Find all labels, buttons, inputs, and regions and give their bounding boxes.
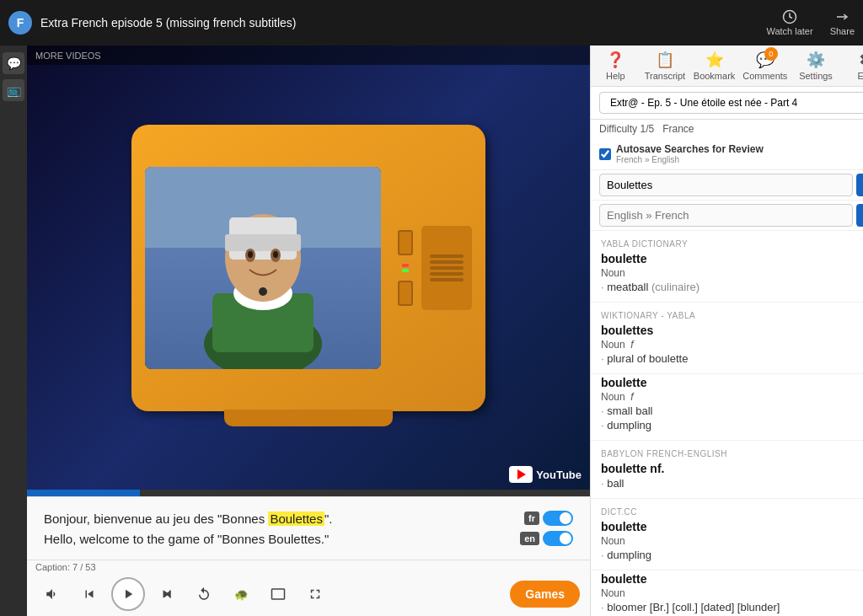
dict-pos: Noun bbox=[601, 535, 863, 547]
caption-highlight: Boulettes bbox=[268, 512, 324, 526]
top-bar: F Extra French episode 5 (missing french… bbox=[0, 0, 863, 46]
tv-base bbox=[224, 410, 393, 426]
exit-nav-item[interactable]: ✖ Exit bbox=[844, 51, 863, 81]
games-button[interactable]: Games bbox=[510, 581, 580, 608]
settings-icon: ⚙️ bbox=[807, 51, 825, 69]
source-wiktionary: WIKTIONARY - YABLA bbox=[591, 303, 863, 322]
episode-select[interactable]: Extr@ - Ep. 5 - Une étoile est née - Par… bbox=[599, 92, 863, 114]
main-content: 💬 📺 bbox=[0, 46, 863, 616]
english-search-input[interactable] bbox=[599, 204, 853, 227]
dict-nav: ❓ Help 📋 Transcript ⭐ Bookmark 💬 0 Comme… bbox=[591, 46, 863, 87]
entry-boulette-yabla: boulette Noun meatball (culinaire) bbox=[591, 250, 863, 303]
yt-play-icon bbox=[517, 469, 526, 479]
repeat-button[interactable] bbox=[189, 579, 219, 609]
source-yabla-dict: YABLA DICTIONARY bbox=[591, 231, 863, 250]
en-badge: en bbox=[520, 532, 539, 545]
country-label: France bbox=[662, 123, 694, 135]
chat-icon-btn[interactable]: 💬 bbox=[3, 52, 24, 74]
lang-toggle-fr[interactable]: fr bbox=[524, 511, 573, 526]
video-panel: MORE VIDEOS YouTube Bonjour, bienvenue a… bbox=[27, 46, 590, 616]
fr-toggle-knob bbox=[560, 512, 571, 524]
help-icon: ❓ bbox=[606, 51, 624, 69]
forward-button[interactable] bbox=[152, 579, 182, 609]
left-sidebar: 💬 📺 bbox=[0, 46, 27, 616]
youtube-icon bbox=[509, 466, 533, 483]
comments-badge: 0 bbox=[764, 47, 778, 61]
watch-later-button[interactable]: Watch later bbox=[766, 9, 812, 36]
turtle-button[interactable]: 🐢 bbox=[226, 579, 256, 609]
share-button[interactable]: Share bbox=[830, 9, 855, 36]
dict-def: ball bbox=[601, 477, 863, 490]
autosave-checkbox[interactable] bbox=[599, 148, 611, 160]
caption-row-french: Bonjour, bienvenue au jeu des "Bonnes Bo… bbox=[44, 511, 573, 526]
exit-icon: ✖ bbox=[859, 51, 863, 69]
caption-english: Hello, welcome to the game of "Bonnes Bo… bbox=[44, 532, 512, 546]
progress-fill bbox=[27, 490, 140, 496]
svg-point-13 bbox=[259, 287, 267, 296]
transcript-nav-item[interactable]: 📋 Transcript bbox=[644, 51, 686, 81]
tv-speaker bbox=[421, 226, 472, 310]
french-search-wrap bbox=[591, 170, 863, 201]
difficulty-row: Difficulty 1/5 France bbox=[591, 120, 863, 138]
dict-word: boulette bbox=[601, 520, 863, 533]
tv-illustration bbox=[131, 125, 485, 411]
dict-pos: Noun f bbox=[601, 339, 863, 351]
english-search-wrap bbox=[591, 201, 863, 231]
transcript-icon: 📋 bbox=[656, 51, 674, 69]
screen-button[interactable] bbox=[263, 579, 293, 609]
episode-selector: Extr@ - Ep. 5 - Une étoile est née - Par… bbox=[591, 87, 863, 120]
tv-screen-image bbox=[145, 167, 381, 369]
entry-boulette-dictcc2: boulette Noun bloomer [Br.] [coll.] [dat… bbox=[591, 570, 863, 616]
progress-bar[interactable] bbox=[27, 490, 590, 496]
volume-button[interactable] bbox=[37, 579, 67, 609]
caption-row-english: Hello, welcome to the game of "Bonnes Bo… bbox=[44, 531, 573, 546]
tv-icon-btn[interactable]: 📺 bbox=[3, 79, 24, 101]
english-search-button[interactable] bbox=[856, 204, 863, 227]
top-bar-actions: Watch later Share bbox=[766, 9, 855, 36]
fr-badge: fr bbox=[524, 512, 539, 525]
dict-pos: Noun f bbox=[601, 391, 863, 403]
youtube-label: YouTube bbox=[536, 469, 582, 481]
bookmark-icon: ⭐ bbox=[705, 51, 724, 69]
tv-controls bbox=[398, 230, 413, 306]
en-toggle[interactable] bbox=[543, 531, 573, 546]
tv-screen bbox=[145, 167, 381, 369]
entry-boulette-babylon: boulette nf. ball bbox=[591, 460, 863, 499]
video-area: MORE VIDEOS YouTube bbox=[27, 46, 590, 490]
dict-pos: Noun bbox=[601, 587, 863, 599]
comments-nav-item[interactable]: 💬 0 Comments bbox=[742, 51, 787, 81]
bookmark-nav-item[interactable]: ⭐ Bookmark bbox=[694, 51, 736, 81]
french-search-input[interactable] bbox=[599, 174, 853, 196]
autosave-row: Autosave Searches for Review French » En… bbox=[591, 138, 863, 170]
avatar: F bbox=[8, 11, 32, 35]
dict-word: boulette bbox=[601, 572, 863, 586]
settings-nav-item[interactable]: ⚙️ Settings bbox=[795, 51, 837, 81]
dict-pos: Noun bbox=[601, 267, 863, 279]
fr-toggle[interactable] bbox=[543, 511, 573, 526]
dict-word: boulette bbox=[601, 376, 863, 389]
entry-boulette-dictcc1: boulette Noun dumpling bbox=[591, 518, 863, 570]
french-search-button[interactable] bbox=[856, 174, 863, 196]
en-toggle-knob bbox=[560, 533, 571, 544]
dict-def-1: small ball bbox=[601, 404, 863, 417]
play-button[interactable] bbox=[111, 577, 145, 611]
help-nav-item[interactable]: ❓ Help bbox=[594, 51, 636, 81]
entry-boulette-wikt: boulette Noun f small ball dumpling bbox=[591, 374, 863, 441]
dict-panel: ❓ Help 📋 Transcript ⭐ Bookmark 💬 0 Comme… bbox=[590, 46, 863, 616]
lang-toggle-en[interactable]: en bbox=[520, 531, 573, 546]
more-videos-label: MORE VIDEOS bbox=[35, 51, 101, 61]
svg-point-12 bbox=[273, 251, 278, 258]
dict-def: bloomer [Br.] [coll.] [dated] [blunder] bbox=[601, 601, 863, 613]
rewind-button[interactable] bbox=[74, 579, 105, 609]
svg-point-11 bbox=[248, 251, 253, 258]
fullscreen-button[interactable] bbox=[300, 579, 330, 609]
dict-results: YABLA DICTIONARY boulette Noun meatball … bbox=[591, 231, 863, 616]
tv-knob-1 bbox=[398, 230, 413, 255]
captions-area: Bonjour, bienvenue au jeu des "Bonnes Bo… bbox=[27, 496, 590, 560]
source-dictcc: DICT.CC bbox=[591, 499, 863, 518]
dict-def: meatball (culinaire) bbox=[601, 281, 863, 293]
entry-boulettes-wikt: boulettes Noun f plural of boulette bbox=[591, 322, 863, 374]
dict-def: dumpling bbox=[601, 549, 863, 561]
tv-knob-2 bbox=[398, 281, 413, 306]
source-babylon: BABYLON FRENCH-ENGLISH bbox=[591, 441, 863, 460]
